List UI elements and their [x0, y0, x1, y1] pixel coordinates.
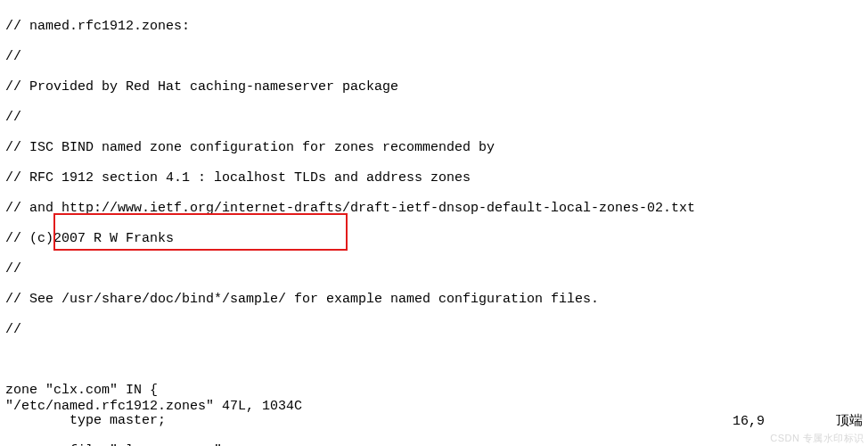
- status-mode: 顶端: [836, 414, 863, 429]
- editor-viewport[interactable]: // named.rfc1912.zones: // // Provided b…: [0, 0, 868, 446]
- code-line: // (c)2007 R W Franks: [5, 231, 868, 246]
- code-line: // See /usr/share/doc/bind*/sample/ for …: [5, 292, 868, 307]
- status-filename: "/etc/named.rfc1912.zones" 47L, 1034C: [5, 399, 302, 444]
- code-line: // named.rfc1912.zones:: [5, 19, 868, 34]
- code-line: // Provided by Red Hat caching-nameserve…: [5, 79, 868, 95]
- code-line: //: [5, 261, 868, 277]
- code-line: // and http://www.ietf.org/internet-draf…: [5, 201, 868, 216]
- vim-status-bar: "/etc/named.rfc1912.zones" 47L, 1034C 16…: [5, 399, 863, 444]
- code-line: //: [5, 49, 868, 64]
- code-line: //: [5, 322, 868, 337]
- code-line: // ISC BIND named zone configuration for…: [5, 140, 868, 155]
- code-line: // RFC 1912 section 4.1 : localhost TLDs…: [5, 170, 868, 186]
- code-line: zone "clx.com" IN {: [5, 383, 868, 398]
- code-line: //: [5, 110, 868, 125]
- code-line: [5, 352, 868, 368]
- status-position: 16,9: [733, 414, 836, 429]
- watermark-text: CSDN 专属水印标识: [770, 431, 864, 446]
